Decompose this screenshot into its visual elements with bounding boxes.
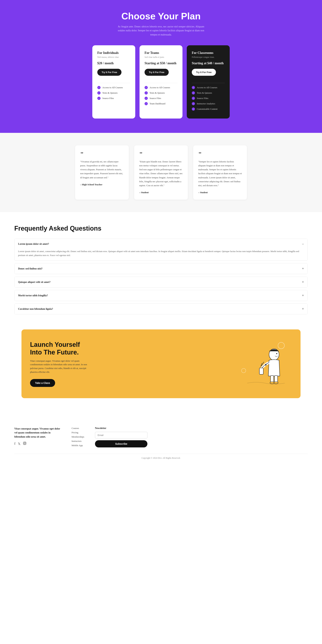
faq-item-2: Quisque aliquet velit sit amet? + xyxy=(14,276,308,288)
feature-list-classrooms: ✓ Access to All Courses ✓ Tests & Quizze… xyxy=(192,86,225,111)
pricing-card-classrooms: For Classrooms Pellentesque congue risus… xyxy=(187,45,230,118)
svg-point-3 xyxy=(276,353,277,354)
feature-item: ✓ Tests & Quizzes xyxy=(97,91,130,94)
quote-mark: " xyxy=(80,151,124,158)
footer-link-mobile-app[interactable]: Mobile App xyxy=(71,444,84,447)
footer-newsletter: Newsletter Subscribe xyxy=(95,427,148,448)
svg-point-1 xyxy=(242,368,246,373)
faq-toggle-icon-3: + xyxy=(302,294,304,298)
faq-question-text-1: Donec sed finibus nisi? xyxy=(18,267,42,270)
faq-question-4[interactable]: Curabitur non bibendum ligula? + xyxy=(14,304,308,314)
footer: Vitae consequat augue. Vivamus eget dolo… xyxy=(0,420,322,463)
card-title-individuals: For Individuals xyxy=(97,51,130,55)
svg-point-0 xyxy=(278,342,285,349)
feature-item: ✓ Source Files xyxy=(97,97,130,100)
testimonial-author-0: – High School Teacher xyxy=(80,183,124,186)
try-free-teams[interactable]: Try It For Free xyxy=(145,69,169,76)
card-price-classrooms: Starting at $40 / month xyxy=(192,62,225,65)
feature-item: ✓ Team Dashboard xyxy=(145,102,177,105)
quote-mark: " xyxy=(139,151,183,158)
cta-content: Launch Yourself Into The Future. Vitae c… xyxy=(30,341,91,387)
svg-point-12 xyxy=(24,442,25,444)
faq-item-4: Curabitur non bibendum ligula? + xyxy=(14,304,308,314)
faq-toggle-icon-2: + xyxy=(302,280,304,284)
testimonial-author-1: – Student xyxy=(139,191,183,194)
faq-question-text-0: Lorem ipsum dolor sit amet? xyxy=(18,242,49,246)
pricing-cards: For Individuals Nisl massa, ultrices vit… xyxy=(7,45,315,118)
testimonial-card-1: " "Etiam quis blandit erat. Donec laoree… xyxy=(134,146,188,200)
newsletter-email-input[interactable] xyxy=(95,432,148,438)
footer-link-pricing[interactable]: Pricing xyxy=(71,431,84,434)
svg-point-10 xyxy=(274,382,278,384)
footer-about-text: Vitae consequat augue. Vivamus eget dolo… xyxy=(14,427,61,439)
footer-link-memberships[interactable]: Memberships xyxy=(71,436,84,438)
footer-link-list: Courses Pricing Memberships Instructors … xyxy=(71,427,84,447)
copyright-text: Copyright © 2024 Divi. All Rights Reserv… xyxy=(14,457,308,460)
svg-rect-4 xyxy=(259,368,263,374)
feature-item: ✓ Access to All Courses xyxy=(145,86,177,89)
take-class-button[interactable]: Take a Class xyxy=(30,379,55,387)
card-price-individuals: $20 / month xyxy=(97,62,130,65)
pricing-card-teams: For Teams Sed vitae nulla et justo Start… xyxy=(140,45,182,118)
check-icon: ✓ xyxy=(192,97,195,100)
faq-question-text-2: Quisque aliquet velit sit amet? xyxy=(18,281,50,284)
feature-list-individuals: ✓ Access to All Courses ✓ Tests & Quizze… xyxy=(97,86,130,100)
faq-toggle-icon-4: + xyxy=(302,307,304,311)
faq-title: Frequently Asked Questions xyxy=(14,225,308,232)
check-icon: ✓ xyxy=(192,102,195,105)
pricing-subtitle: Ac feugiat ante. Donec ultrices lobortis… xyxy=(114,25,208,37)
check-icon: ✓ xyxy=(192,86,195,89)
feature-item: ✓ Source Files xyxy=(192,97,225,100)
feature-item: ✓ Access to All Courses xyxy=(192,86,225,89)
newsletter-title: Newsletter xyxy=(95,427,148,430)
testimonial-card-2: " "Semper leo et sapien lobortis facilis… xyxy=(193,146,247,200)
check-icon: ✓ xyxy=(97,91,100,94)
check-icon: ✓ xyxy=(192,108,195,111)
footer-bottom: Copyright © 2024 Divi. All Rights Reserv… xyxy=(14,454,308,460)
pricing-title: Choose Your Plan xyxy=(7,11,315,22)
feature-item: ✓ Customizable Content xyxy=(192,108,225,111)
twitter-x-icon[interactable]: 𝕏 xyxy=(18,442,20,446)
instagram-icon[interactable] xyxy=(23,442,26,446)
cta-description: Vitae consequat augue. Vivamus eget dolo… xyxy=(30,359,91,374)
faq-question-2[interactable]: Quisque aliquet velit sit amet? + xyxy=(14,277,308,287)
faq-question-1[interactable]: Donec sed finibus nisi? + xyxy=(14,263,308,274)
faq-question-text-3: Morbi tortor nibh fringilla? xyxy=(18,294,48,297)
testimonials-section: " "Vivamus id gravida mi, nec ullamcorpe… xyxy=(0,133,322,212)
card-price-teams: Starting at $50 / month xyxy=(145,62,177,65)
faq-answer-0: Lorem ipsum dolor sit amet, consectetur … xyxy=(14,250,308,260)
feature-item: ✓ Source Files xyxy=(145,97,177,100)
testimonial-text-2: "Semper leo et sapien lobortis facilisis… xyxy=(198,160,242,188)
try-free-classrooms[interactable]: Try It For Free xyxy=(192,69,216,76)
card-tagline-teams: Sed vitae nulla et justo xyxy=(145,56,177,58)
pricing-card-individuals: For Individuals Nisl massa, ultrices vit… xyxy=(92,45,135,118)
cta-section: Launch Yourself Into The Future. Vitae c… xyxy=(21,330,301,398)
faq-question-text-4: Curabitur non bibendum ligula? xyxy=(18,308,53,310)
check-icon: ✓ xyxy=(192,91,195,94)
card-tagline-classrooms: Pellentesque congue risus. xyxy=(192,56,225,58)
check-icon: ✓ xyxy=(97,86,100,89)
facebook-icon[interactable]: f xyxy=(14,442,15,446)
check-icon: ✓ xyxy=(145,102,148,105)
footer-link-instructors[interactable]: Instructors xyxy=(71,440,84,442)
footer-link-courses[interactable]: Courses xyxy=(71,427,84,430)
try-free-individuals[interactable]: Try It For Free xyxy=(97,69,121,76)
quote-mark: " xyxy=(198,151,242,158)
faq-question-0[interactable]: Lorem ipsum dolor sit amet? − xyxy=(14,239,308,250)
testimonial-card-0: " "Vivamus id gravida mi, nec ullamcorpe… xyxy=(75,146,129,200)
card-title-classrooms: For Classrooms xyxy=(192,51,225,55)
feature-item: ✓ Tests & Quizzes xyxy=(192,91,225,94)
cta-illustration: ✦ ✧ xyxy=(238,340,292,388)
social-icons: f 𝕏 xyxy=(14,442,61,446)
footer-links: Courses Pricing Memberships Instructors … xyxy=(71,427,84,448)
cta-title: Launch Yourself Into The Future. xyxy=(30,341,91,356)
faq-section: Frequently Asked Questions Lorem ipsum d… xyxy=(0,212,322,330)
feature-item: ✓ Access to All Courses xyxy=(97,86,130,89)
testimonials-grid: " "Vivamus id gravida mi, nec ullamcorpe… xyxy=(11,146,311,200)
faq-question-3[interactable]: Morbi tortor nibh fringilla? + xyxy=(14,290,308,301)
feature-item: ✓ Instructor Analytics xyxy=(192,102,225,105)
subscribe-button[interactable]: Subscribe xyxy=(95,440,148,448)
faq-item-3: Morbi tortor nibh fringilla? + xyxy=(14,290,308,301)
faq-item-1: Donec sed finibus nisi? + xyxy=(14,263,308,274)
check-icon: ✓ xyxy=(145,86,148,89)
